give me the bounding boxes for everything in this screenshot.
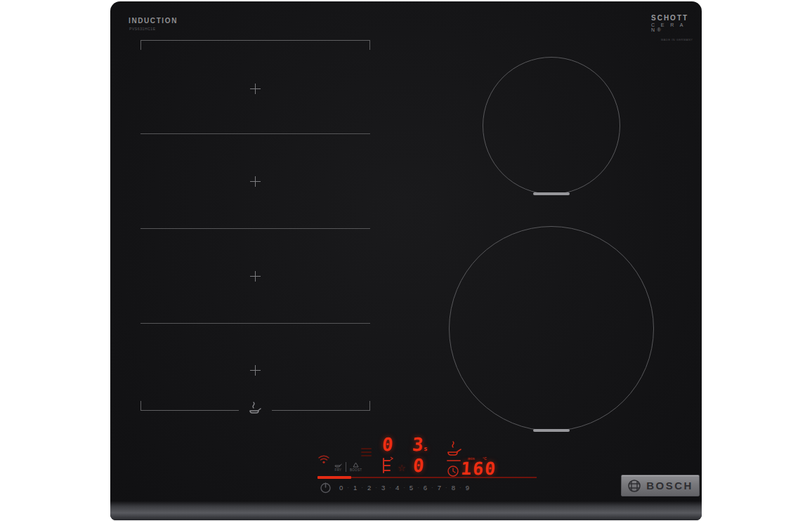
power-level[interactable]: 9 xyxy=(466,484,469,492)
dot-separator: · xyxy=(347,484,349,491)
slider-active-segment xyxy=(317,476,351,479)
fry-sensor-icon[interactable] xyxy=(446,441,463,461)
power-icon[interactable] xyxy=(320,482,332,496)
boost-function-print[interactable]: BOOST xyxy=(350,462,362,472)
plus-marker-icon xyxy=(250,365,261,376)
temperature-display: 160 xyxy=(460,460,497,477)
bosch-logo-text: BOSCH xyxy=(646,480,693,492)
bosch-badge: BOSCH xyxy=(621,475,700,496)
flexzone-divider xyxy=(140,228,370,229)
schott-logo-line2: C E R A N® xyxy=(651,22,700,32)
power-level[interactable]: 4 xyxy=(395,484,399,492)
left-zone-level-display: 0 xyxy=(381,435,393,454)
wifi-icon[interactable] xyxy=(317,454,330,467)
dot-separator: · xyxy=(445,484,447,491)
dot-separator: · xyxy=(417,484,419,491)
power-level[interactable]: 8 xyxy=(452,484,455,492)
boost-label: BOOST xyxy=(350,468,362,472)
power-level[interactable]: 0 xyxy=(339,484,343,492)
power-level-scale[interactable]: 0· 1· 2· 3· 4· 5· 6· 7· 8· 9 xyxy=(339,484,469,492)
model-code-label: PVS631HC1E xyxy=(129,27,156,31)
pan-steam-icon xyxy=(246,401,264,418)
power-level[interactable]: 3 xyxy=(381,484,385,492)
menu-icon[interactable] xyxy=(361,448,372,457)
dot-separator: · xyxy=(375,484,377,491)
dot-separator: · xyxy=(361,484,363,491)
plus-marker-icon xyxy=(250,84,261,94)
dot-separator: · xyxy=(459,484,461,491)
induction-hob-glass: INDUCTION PVS631HC1E SCHOTT C E R A N® M… xyxy=(110,1,702,520)
power-level[interactable]: 7 xyxy=(438,484,441,492)
flexzone-top-border xyxy=(140,40,370,50)
function-print-cluster: FRY BOOST xyxy=(334,462,362,472)
schott-logo-line1: SCHOTT xyxy=(651,14,700,22)
cooking-zone-top-right xyxy=(483,57,620,194)
dot-separator: · xyxy=(389,484,391,491)
fry-function-print[interactable]: FRY xyxy=(334,462,342,472)
seconds-suffix: s xyxy=(424,445,428,452)
flex-cooking-zone xyxy=(140,40,370,411)
divider xyxy=(346,462,346,472)
fry-sensor-underline xyxy=(447,460,461,461)
pan-move-icon xyxy=(380,454,394,478)
zone-front-marker xyxy=(533,192,570,195)
power-level[interactable]: 1 xyxy=(353,484,357,492)
induction-brand-label: INDUCTION xyxy=(129,17,178,25)
right-zone-level-display: 3s xyxy=(412,435,428,454)
star-icon[interactable]: ☆ xyxy=(398,463,406,473)
flexzone-divider xyxy=(140,133,370,134)
flexzone-divider xyxy=(140,323,370,324)
dot-separator: · xyxy=(403,484,405,491)
center-timer-display: 0 xyxy=(412,456,424,475)
power-level[interactable]: 6 xyxy=(424,484,427,492)
front-trim-strip xyxy=(110,501,702,520)
zone-front-marker xyxy=(533,429,570,432)
flexzone-bottom-border xyxy=(272,401,370,411)
plus-marker-icon xyxy=(250,176,261,187)
flexzone-bottom-border xyxy=(140,401,239,411)
power-level[interactable]: 5 xyxy=(410,484,413,492)
cooking-zone-bottom-right xyxy=(449,226,654,431)
fry-pan-glyph-icon xyxy=(334,462,342,468)
power-level[interactable]: 2 xyxy=(367,484,371,492)
boost-triangle-icon xyxy=(353,462,359,468)
schott-logo-subtext: MADE IN GERMANY xyxy=(661,38,700,41)
plus-marker-icon xyxy=(250,271,261,282)
schott-ceran-logo: SCHOTT C E R A N® MADE IN GERMANY xyxy=(651,14,700,41)
bosch-emblem-icon xyxy=(627,479,641,493)
fry-label: FRY xyxy=(335,468,342,472)
dot-separator: · xyxy=(431,484,433,491)
control-slider-line[interactable] xyxy=(317,477,537,478)
